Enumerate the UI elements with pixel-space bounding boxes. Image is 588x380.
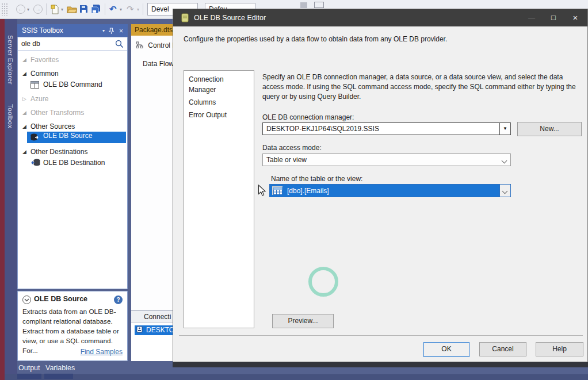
tab-output-indicator [17,374,41,379]
toolbox-description-panel: OLE DB Source ? Extracts data from an OL… [17,291,128,361]
dialog-icon [181,13,189,24]
redo-dropdown-icon[interactable]: ▾ [137,7,139,12]
nav-item-connection-manager[interactable]: Connection Manager [184,73,254,96]
data-access-mode-dropdown[interactable]: Table or view [262,153,511,166]
toolbox-search-input[interactable] [18,37,110,49]
new-button[interactable]: New... [517,122,582,136]
cancel-button[interactable]: Cancel [479,342,526,356]
nav-item-columns[interactable]: Columns [184,96,254,109]
window-edge [0,19,5,380]
toolbox-group-other-transforms[interactable]: ◢ Other Transforms [18,107,127,118]
find-samples-link[interactable]: Find Samples [81,348,123,356]
dialog-divider [179,335,583,336]
dialog-nav-list: Connection Manager Columns Error Output [184,70,254,328]
redo-icon[interactable]: ↷ [127,5,134,14]
ok-button[interactable]: OK [423,342,469,357]
tab-output[interactable]: Output [18,364,40,372]
undo-icon[interactable]: ↶ [109,5,117,14]
save-icon[interactable] [79,5,88,15]
new-item-dropdown-icon[interactable]: ▾ [61,7,63,12]
dialog-title-bar[interactable]: OLE DB Source Editor — □ × [173,9,587,26]
nav-item-error-output[interactable]: Error Output [184,109,254,121]
table-name-dropdown[interactable]: [dbo].[Emails] [269,184,511,197]
dropdown-arrow-box[interactable] [499,185,510,197]
ole-db-destination-icon [30,159,40,170]
dialog-title: OLE DB Source Editor [194,14,266,22]
mouse-cursor [258,185,266,198]
ole-db-source-editor-dialog: OLE DB Source Editor — □ × Configure the… [173,9,588,362]
data-access-mode-label: Data access mode: [262,144,322,152]
toolbar-icon[interactable] [300,2,307,8]
navigate-back-icon[interactable]: ← [16,5,25,14]
navigate-back-dropdown-icon[interactable]: ▾ [27,7,29,12]
undo-dropdown-icon[interactable]: ▾ [120,7,122,12]
dropdown-arrow-icon[interactable]: ▼ [499,123,510,135]
description-title: OLE DB Source [34,295,87,303]
expander-icon[interactable]: ◢ [22,107,26,118]
ssis-toolbox-header[interactable]: SSIS Toolbox ▾ × [17,24,128,37]
toolbar-icon[interactable] [314,2,324,8]
tab-toolbox[interactable]: Toolbox [7,104,14,128]
toolbox-group-other-destinations[interactable]: ◢ Other Destinations [18,146,127,158]
minimize-icon[interactable]: — [522,9,541,26]
ole-db-command-icon [30,80,39,92]
toolbox-search [17,37,128,51]
help-button[interactable]: Help [536,342,583,356]
expander-icon[interactable]: ▷ [22,93,26,105]
tab-control-flow[interactable]: Control F [136,41,177,51]
expander-icon[interactable]: ◢ [22,68,26,79]
toolbar-separator [46,3,47,15]
expander-icon[interactable]: ◢ [22,54,26,66]
help-icon[interactable]: ? [114,295,123,304]
connection-managers-header: Connecti [131,310,175,323]
ssis-toolbox-title: SSIS Toolbox [22,26,63,34]
table-name-label: Name of the table or the view: [271,175,362,183]
toolbar-grip[interactable] [1,3,8,16]
ssis-toolbox-tree: ◢ Favorites ◢ Common OLE DB Command ▷ Az… [17,51,128,289]
tab-variables[interactable]: Variables [45,364,75,372]
window-position-icon[interactable]: ▾ [102,25,105,37]
expander-icon[interactable]: ◢ [22,146,26,158]
close-icon[interactable]: × [119,25,123,37]
toolbox-item-ole-db-command[interactable]: OLE DB Command [18,79,127,90]
toolbox-group-favorites[interactable]: ◢ Favorites [18,54,127,66]
control-flow-icon [136,43,145,51]
connection-manager-icon [136,326,144,337]
toolbar-separator [143,3,143,15]
table-icon [272,186,282,195]
navigate-forward-icon[interactable]: → [33,5,43,14]
ole-db-source-icon [30,133,40,143]
open-file-icon[interactable] [67,5,77,15]
dialog-instructions: Specify an OLE DB connection manager, a … [262,72,582,102]
toolbar-separator [105,3,105,15]
connection-manager-item[interactable]: DESKTO [135,325,175,335]
toolbox-group-other-sources[interactable]: ◢ Other Sources [18,121,127,132]
chevron-down-icon [502,159,507,163]
toolbox-group-azure[interactable]: ▷ Azure [18,93,127,105]
chevron-down-icon [503,189,507,194]
expander-icon[interactable]: ◢ [22,121,26,132]
connection-manager-label: OLE DB connection manager: [262,113,354,121]
preview-button[interactable]: Preview... [272,314,334,328]
connection-managers-panel: DESKTO [131,323,175,361]
tab-server-explorer[interactable]: Server Explorer [7,35,14,85]
dialog-description: Configure the properties used by a data … [184,35,575,43]
toolbox-item-ole-db-source[interactable]: OLE DB Source [27,132,126,143]
side-tab-strip: Server Explorer Toolbox [5,19,17,380]
collapse-chevron-icon[interactable] [22,295,31,304]
document-tab-package[interactable]: Package.dtsx [131,24,175,36]
close-icon[interactable]: × [566,9,585,26]
toolbox-item-ole-db-destination[interactable]: OLE DB Destination [18,157,127,168]
dialog-shadow [173,362,588,367]
save-all-icon[interactable] [91,4,101,16]
new-item-icon[interactable] [51,5,59,16]
solution-config-value: Devel [151,5,169,13]
connection-manager-dropdown[interactable]: DESKTOP-EKJ1P64\SQL2019.SSIS ▼ [262,122,511,135]
app-window: ← ▾ → ▾ ↶ ▾ ↷ ▾ Devel▾ Defau▾ [0,0,588,380]
search-icon[interactable] [115,40,124,50]
toolbox-group-common[interactable]: ◢ Common [18,68,127,79]
maximize-icon[interactable]: □ [544,9,563,26]
designer-canvas: Control F Data Flow T [131,36,175,310]
status-bar [0,374,588,380]
tab-variables-indicator [44,374,73,379]
